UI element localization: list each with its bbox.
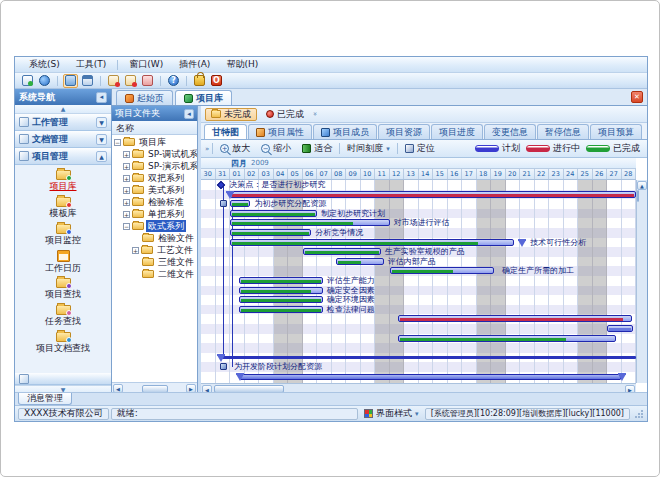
tree-node-检验标准[interactable]: +检验标准	[112, 196, 197, 208]
task-group-icon[interactable]	[220, 200, 227, 207]
filter-overflow-icon[interactable]: »	[311, 112, 319, 116]
time-scale-dropdown[interactable]: 时间刻度▾	[343, 142, 394, 156]
gantt-tab-暂停信息[interactable]: 暂停信息	[537, 124, 589, 139]
ui-style-dropdown[interactable]: 界面样式 ▾	[360, 408, 423, 420]
menu-item[interactable]: 系统(S)	[21, 57, 68, 72]
monitor-button[interactable]	[20, 74, 35, 88]
task-bar[interactable]	[239, 306, 323, 313]
tab-起始页[interactable]: 起始页	[116, 90, 173, 105]
vertical-scrollbar[interactable]: ▲	[636, 180, 647, 383]
menu-item[interactable]: 窗口(W)	[121, 57, 171, 72]
globe-button[interactable]	[37, 74, 52, 88]
task-bar[interactable]	[230, 239, 514, 246]
filter-已完成[interactable]: 已完成	[261, 108, 309, 121]
toolbar-overflow-icon[interactable]: »	[205, 145, 209, 153]
new-message-button[interactable]	[106, 74, 121, 88]
gantt-tab-项目预算[interactable]: 项目预算	[590, 124, 642, 139]
task-bar[interactable]	[230, 191, 636, 198]
open-message-button[interactable]	[123, 74, 138, 88]
zoom-out-button[interactable]: −缩小	[257, 142, 295, 156]
fit-button[interactable]: 适合	[298, 142, 336, 156]
expand-icon[interactable]: +	[123, 187, 130, 194]
contacts-button[interactable]	[140, 74, 155, 88]
task-bar[interactable]	[336, 258, 384, 265]
task-bar[interactable]	[230, 229, 311, 236]
sidebar-item-任务查找[interactable]: 任务查找	[15, 303, 111, 330]
sidebar-section-项目管理[interactable]: 项目管理▲	[15, 148, 111, 165]
collapse-icon[interactable]: −	[114, 139, 121, 146]
tree-node-工艺文件[interactable]: +工艺文件	[112, 244, 197, 256]
tree-node-单把系列[interactable]: +单把系列	[112, 208, 197, 220]
sidebar-section-文档管理[interactable]: 文档管理▼	[15, 131, 111, 148]
tree-node-美式系列[interactable]: +美式系列	[112, 184, 197, 196]
pin-icon[interactable]: ◂	[96, 92, 107, 103]
tree-node-二维文件[interactable]: 二维文件	[112, 268, 197, 280]
task-bar[interactable]	[390, 267, 494, 274]
chevron-down-icon[interactable]: ▼	[96, 134, 107, 145]
scrollbar-thumb[interactable]	[637, 190, 639, 202]
sidebar-scroll-up-button[interactable]: ▲	[15, 105, 111, 114]
task-bar[interactable]	[398, 315, 631, 322]
collapse-icon[interactable]: −	[123, 223, 130, 230]
summary-line[interactable]	[221, 356, 636, 359]
scroll-up-icon[interactable]: ▲	[637, 181, 647, 190]
message-management-tab[interactable]: 消息管理	[18, 393, 72, 405]
sidebar-item-项目库[interactable]: 项目库	[15, 168, 111, 195]
zoom-in-button[interactable]: +放大	[216, 142, 254, 156]
menu-item[interactable]: 插件(A)	[171, 57, 218, 72]
tree-node-三维文件[interactable]: 三维文件	[112, 256, 197, 268]
gantt-tab-项目属性[interactable]: 项目属性	[248, 124, 312, 139]
task-bar[interactable]	[303, 248, 381, 255]
task-bar[interactable]	[239, 296, 323, 303]
menu-item[interactable]: 帮助(H)	[218, 57, 266, 72]
lock-button[interactable]	[192, 74, 207, 88]
gantt-grid[interactable]: 决策点：是否进行初步研究为初步研究分配资源制定初步研究计划对市场进行评估分析竞争…	[201, 180, 636, 383]
task-bar[interactable]	[230, 200, 250, 207]
expand-icon[interactable]: +	[123, 211, 130, 218]
exit-button[interactable]: O	[209, 74, 224, 88]
pin-icon[interactable]: ◂	[184, 109, 194, 119]
tab-项目库[interactable]: 项目库	[175, 90, 232, 105]
tree-column-header[interactable]: 名称	[112, 121, 197, 135]
task-bar[interactable]	[230, 210, 317, 217]
menu-item[interactable]: 工具(T)	[68, 57, 115, 72]
close-icon[interactable]: ✕	[631, 91, 643, 103]
gantt-tab-项目成员[interactable]: 项目成员	[313, 124, 377, 139]
chevron-down-icon[interactable]: ▼	[96, 117, 107, 128]
expand-icon[interactable]: +	[123, 151, 130, 158]
task-bar[interactable]	[607, 325, 633, 332]
sidebar-item-工作日历[interactable]: 工作日历	[15, 249, 111, 276]
filter-未完成[interactable]: 未完成	[205, 108, 257, 121]
sidebar-item-项目监控[interactable]: 项目监控	[15, 222, 111, 249]
tree-node-项目库[interactable]: −项目库	[112, 136, 197, 148]
task-bar[interactable]	[239, 287, 323, 294]
expand-icon[interactable]: +	[123, 175, 130, 182]
sidebar-item-模板库[interactable]: 模板库	[15, 195, 111, 222]
sidebar-item-项目文档查找[interactable]: 项目文档查找	[15, 330, 111, 357]
help-button[interactable]: ?	[166, 74, 181, 88]
expand-icon[interactable]: +	[123, 163, 130, 170]
resize-grip[interactable]	[634, 409, 644, 419]
gantt-tab-甘特图[interactable]: 甘特图	[204, 124, 247, 139]
folder-view-button[interactable]	[63, 74, 78, 88]
tree-node-欧式系列[interactable]: −欧式系列	[112, 220, 197, 232]
locate-button[interactable]: 定位	[401, 142, 439, 156]
gantt-tab-项目资源[interactable]: 项目资源	[378, 124, 430, 139]
sidebar-section-工作管理[interactable]: 工作管理▼	[15, 114, 111, 131]
window-switch-button[interactable]	[80, 74, 95, 88]
task-bar[interactable]	[239, 277, 323, 284]
summary-bar[interactable]	[240, 374, 621, 380]
expand-icon[interactable]: +	[132, 247, 139, 254]
task-bar[interactable]	[398, 335, 616, 342]
chevron-up-icon[interactable]: ▲	[96, 151, 107, 162]
gantt-tab-项目进度[interactable]: 项目进度	[431, 124, 483, 139]
expand-icon[interactable]: +	[123, 199, 130, 206]
task-group-icon[interactable]	[220, 363, 227, 370]
task-bar[interactable]	[230, 219, 390, 226]
tree-node-双把系列[interactable]: +双把系列	[112, 172, 197, 184]
tree-node-检验文件[interactable]: 检验文件	[112, 232, 197, 244]
sidebar-item-项目查找[interactable]: 项目查找	[15, 276, 111, 303]
tree-node-SP-调试机系[interactable]: +SP-调试机系	[112, 148, 197, 160]
gantt-tab-变更信息[interactable]: 变更信息	[484, 124, 536, 139]
tree-node-SP-演示机系[interactable]: +SP-演示机系	[112, 160, 197, 172]
